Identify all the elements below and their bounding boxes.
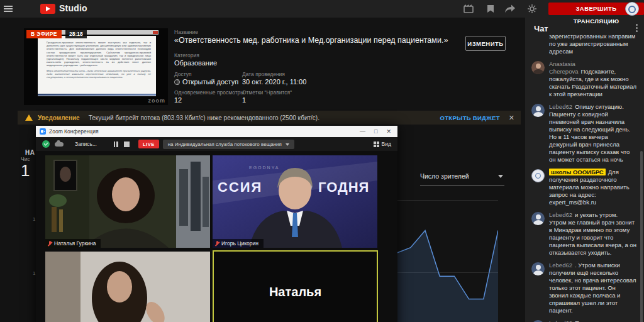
participant-tile-natalia-gurkina[interactable]: Наталья Гуркина <box>45 155 210 248</box>
chat-author: Lebed62 <box>549 103 572 110</box>
chat-message[interactable]: Lebed62и уехать утром. Утром же главный … <box>531 211 636 257</box>
zoom-window-title: Zoom Конференция <box>49 128 99 135</box>
stream-title: «Ответственность мед. работника и Мед.ор… <box>174 36 451 45</box>
svg-text:EGODNYA: EGODNYA <box>249 165 280 170</box>
chat-message[interactable]: Lebed62Опишу ситуацию. Пациенту с ковидн… <box>531 103 636 164</box>
participant-tile-unnamed[interactable] <box>45 252 210 322</box>
chat-menu-icon[interactable] <box>636 24 638 32</box>
chat-header: Чат <box>534 24 548 33</box>
bookmark-icon[interactable] <box>486 4 496 13</box>
pause-recording-button[interactable] <box>113 142 119 147</box>
chat-message-text: Опишу ситуацию. Пациенту с ковидной пнев… <box>549 103 630 163</box>
zoom-app-icon <box>40 128 46 135</box>
cloud-recording-icon <box>55 142 64 147</box>
edit-button[interactable]: ИЗМЕНИТЬ <box>465 36 506 51</box>
participant-video: EGODNYA ССИЯ ГОДНЯ <box>213 155 377 248</box>
live-chat-panel: Чат зарегистрированных направим по уже з… <box>525 18 644 322</box>
youtube-logo[interactable] <box>40 4 55 14</box>
chat-message-list: зарегистрированных направим по уже зарег… <box>525 34 640 322</box>
title-label: Название <box>174 29 198 35</box>
stream-target-dropdown[interactable]: на Индивидуальная служба потокового веща… <box>163 140 294 149</box>
viewers-metric-dropdown-label: Число зрителей <box>420 172 469 180</box>
avatar[interactable] <box>531 104 545 117</box>
bitrate-notification: Уведомление Текущий битрейт потока (803.… <box>18 111 521 125</box>
recording-status: Запись... <box>75 141 97 147</box>
likes-label: Отметки "Нравится" <box>242 89 292 96</box>
chat-message-text: . Утром выписки получили ещё несколько ч… <box>549 262 636 314</box>
share-icon[interactable] <box>505 4 515 13</box>
viewers-metric-value: 1 <box>21 161 30 180</box>
open-widget-link[interactable]: ОТКРЫТЬ ВИДЖЕТ <box>440 114 500 121</box>
avatar[interactable] <box>531 169 545 182</box>
chat-message[interactable]: школы ОООИБРСДля получения раздаточного … <box>531 169 636 206</box>
zoom-titlebar[interactable]: Zoom Конференция — □ ✕ <box>36 126 397 137</box>
chat-message-text: зарегистрированных направим по уже зарег… <box>549 33 635 55</box>
create-video-icon[interactable] <box>464 4 474 13</box>
chevron-down-icon <box>498 175 503 178</box>
chat-message[interactable]: зарегистрированных направим по уже зарег… <box>531 33 636 55</box>
globe-icon <box>174 79 180 85</box>
close-button[interactable]: ✕ <box>386 128 391 135</box>
concurrent-views-label: Одновременные просмотры <box>174 89 244 96</box>
chevron-down-icon <box>286 143 289 146</box>
viewers-metric-dropdown[interactable]: Число зрителей <box>420 172 504 186</box>
zoom-conference-window[interactable]: Zoom Конференция — □ ✕ Запись... LIVE на… <box>36 126 397 322</box>
slide-text: Гражданско-правовая ответственность може… <box>47 41 151 67</box>
gear-icon[interactable] <box>527 4 537 13</box>
chat-author: Anastasia Cherepova <box>549 60 578 75</box>
chat-author: Lebed62 <box>549 211 572 218</box>
chat-author-highlighted: школы ОООИБРС <box>549 169 606 175</box>
notification-label: Уведомление <box>38 114 80 121</box>
concurrent-views-value: 12 <box>174 96 182 104</box>
avatar[interactable] <box>531 262 545 275</box>
chat-message[interactable]: Lebed62После чего звонил в минздрав и жа… <box>531 319 636 322</box>
slide-text: Мера ответственности одна - либо денежны… <box>47 69 151 79</box>
date-label: Дата проведения <box>242 71 285 77</box>
minimize-button[interactable]: — <box>360 128 365 135</box>
participant-tile-igor-tsikorin[interactable]: EGODNYA ССИЯ ГОДНЯ Игорь Цикорин <box>213 155 377 248</box>
access-label: Доступ <box>174 71 192 77</box>
zoom-watermark: zoom <box>148 97 166 104</box>
topbar: Studio ЗАВЕРШИТЬ ТРАНСЛЯЦИЮ <box>0 0 644 18</box>
view-button[interactable]: Вид <box>374 141 397 147</box>
date-value: 30 окт. 2020 г., 11:00 <box>242 78 306 86</box>
live-timer: 28:18 <box>65 30 87 38</box>
encryption-shield-icon[interactable] <box>42 140 50 148</box>
chat-message[interactable]: Anastasia CherepovaПодскажите, пожалуйст… <box>531 60 636 98</box>
access-value: Открытый доступ <box>174 78 238 86</box>
live-indicator: LIVE <box>138 140 159 148</box>
stop-recording-button[interactable] <box>124 142 130 147</box>
avatar[interactable] <box>531 61 545 74</box>
participant-name-tag: Игорь Цикорин <box>213 239 264 248</box>
avatar[interactable] <box>531 212 545 225</box>
participant-name: Наталья <box>269 285 321 299</box>
channel-avatar[interactable] <box>625 2 639 16</box>
youtube-studio-live-dashboard: НА Чис 1 1 1 Число зрителей Гражданско-п… <box>0 0 644 322</box>
svg-text:ГОДНЯ: ГОДНЯ <box>318 179 369 195</box>
slide-footer-accent <box>38 94 156 96</box>
notification-message: Текущий битрейт потока (803.93 Кбит/с) н… <box>89 114 319 121</box>
likes-value: 1 <box>242 96 246 104</box>
participant-video <box>45 252 210 322</box>
warning-icon <box>25 114 33 121</box>
y-axis-tick: 1 <box>33 270 35 276</box>
live-badge: В ЭФИРЕ <box>26 30 62 38</box>
participant-tile-natalia-active[interactable]: Наталья <box>213 250 378 322</box>
chat-message[interactable]: Lebed62. Утром выписки получили ещё неск… <box>531 262 636 314</box>
mic-muted-icon <box>215 241 219 247</box>
participant-video <box>45 155 210 248</box>
svg-text:ССИЯ: ССИЯ <box>218 179 262 195</box>
grid-view-icon <box>374 142 379 147</box>
menu-icon[interactable] <box>4 6 13 12</box>
close-icon[interactable]: ✕ <box>509 114 514 122</box>
avatar-spacer <box>531 33 545 55</box>
chat-author: Lebed62 <box>549 319 572 322</box>
studio-wordmark: Studio <box>59 3 87 13</box>
maximize-button[interactable]: □ <box>374 128 377 135</box>
chat-scrollbar[interactable] <box>640 151 643 322</box>
zoom-toolbar: Запись... LIVE на Индивидуальная служба … <box>36 137 397 151</box>
analytics-tab-fragment[interactable]: НА <box>25 149 35 156</box>
live-preview-thumbnail[interactable]: Гражданско-правовая ответственность може… <box>24 28 168 105</box>
mic-muted-icon <box>48 241 52 247</box>
category-label: Категория <box>174 52 199 58</box>
